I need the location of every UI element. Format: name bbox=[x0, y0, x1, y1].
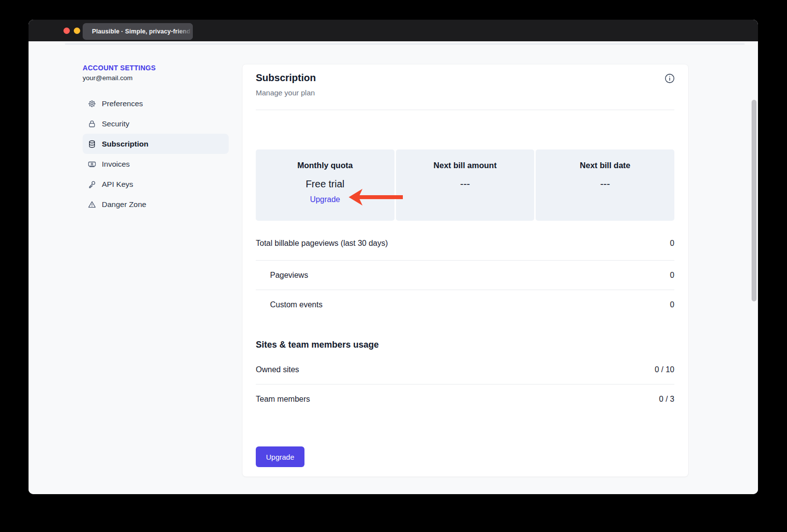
quota-value: --- bbox=[536, 177, 674, 190]
tab-title: Plausible · Simple, privacy-friend bbox=[92, 28, 190, 35]
page-content: ACCOUNT SETTINGS your@email.com Preferen… bbox=[29, 41, 758, 494]
usage-row-pageviews: Pageviews 0 bbox=[256, 261, 674, 290]
usage-value: 0 / 10 bbox=[655, 365, 674, 374]
database-icon bbox=[88, 140, 96, 148]
sidebar-item-label: API Keys bbox=[102, 180, 133, 189]
sites-usage-heading: Sites & team members usage bbox=[256, 340, 379, 350]
usage-label: Custom events bbox=[256, 300, 323, 309]
account-email: your@email.com bbox=[83, 74, 132, 82]
sidebar-item-danger-zone[interactable]: Danger Zone bbox=[83, 194, 229, 214]
scrollbar[interactable] bbox=[752, 100, 757, 301]
browser-window: Plausible · Simple, privacy-friend ACCOU… bbox=[29, 20, 758, 494]
quota-cell-monthly: Monthly quota Free trial Upgrade bbox=[256, 149, 394, 221]
usage-label: Pageviews bbox=[256, 271, 308, 280]
header-divider bbox=[256, 110, 674, 110]
usage-label: Owned sites bbox=[256, 365, 299, 374]
quota-cell-bill-date: Next bill date --- bbox=[536, 149, 674, 221]
quota-value: --- bbox=[396, 177, 535, 190]
usage-row-total: Total billable pageviews (last 30 days) … bbox=[256, 227, 674, 261]
browser-tab[interactable]: Plausible · Simple, privacy-friend bbox=[83, 23, 193, 40]
close-window-button[interactable] bbox=[63, 28, 70, 34]
sidebar-item-label: Invoices bbox=[102, 160, 130, 169]
sidebar-item-security[interactable]: Security bbox=[83, 114, 229, 134]
sidebar-item-label: Danger Zone bbox=[102, 200, 146, 209]
page-top-edge bbox=[65, 43, 745, 45]
window-titlebar[interactable]: Plausible · Simple, privacy-friend bbox=[29, 20, 758, 41]
usage-value: 0 bbox=[670, 271, 674, 280]
lock-icon bbox=[88, 119, 96, 128]
sites-row-team-members: Team members 0 / 3 bbox=[256, 384, 674, 414]
sidebar-item-preferences[interactable]: Preferences bbox=[83, 93, 229, 114]
usage-value: 0 bbox=[670, 239, 674, 248]
desktop-background: Plausible · Simple, privacy-friend ACCOU… bbox=[0, 0, 787, 532]
sidebar-item-label: Subscription bbox=[102, 140, 149, 148]
settings-sidebar: Preferences Security bbox=[83, 93, 229, 214]
sidebar-item-label: Security bbox=[102, 119, 129, 128]
sidebar-item-label: Preferences bbox=[102, 99, 143, 108]
tab-title-fade bbox=[176, 23, 193, 40]
sidebar-item-invoices[interactable]: Invoices bbox=[83, 154, 229, 174]
usage-value: 0 / 3 bbox=[659, 395, 674, 404]
usage-value: 0 bbox=[670, 300, 674, 309]
sidebar-item-api-keys[interactable]: API Keys bbox=[83, 174, 229, 194]
red-annotation-arrow-icon bbox=[348, 187, 404, 207]
quota-panel: Monthly quota Free trial Upgrade Next bi… bbox=[256, 149, 674, 221]
page-title: Subscription bbox=[256, 72, 316, 84]
sites-row-owned: Owned sites 0 / 10 bbox=[256, 355, 674, 384]
key-icon bbox=[88, 180, 96, 189]
banknote-icon bbox=[88, 160, 96, 169]
subscription-card: Subscription Manage your plan Monthly qu… bbox=[242, 64, 689, 477]
quota-header: Next bill date bbox=[536, 160, 674, 170]
quota-cell-bill-amount: Next bill amount --- bbox=[396, 149, 535, 221]
account-settings-heading: ACCOUNT SETTINGS bbox=[83, 64, 156, 72]
upgrade-link[interactable]: Upgrade bbox=[310, 195, 340, 205]
page-subtitle: Manage your plan bbox=[256, 89, 315, 97]
quota-header: Next bill amount bbox=[396, 160, 535, 170]
usage-label: Team members bbox=[256, 395, 310, 404]
usage-label: Total billable pageviews (last 30 days) bbox=[256, 239, 388, 248]
quota-header: Monthly quota bbox=[256, 160, 394, 170]
gear-icon bbox=[88, 99, 96, 108]
minimize-window-button[interactable] bbox=[74, 28, 80, 34]
usage-row-custom-events: Custom events 0 bbox=[256, 290, 674, 320]
warning-icon bbox=[88, 200, 96, 209]
upgrade-button[interactable]: Upgrade bbox=[256, 446, 304, 467]
info-icon[interactable] bbox=[664, 73, 675, 84]
sidebar-item-subscription[interactable]: Subscription bbox=[83, 134, 229, 154]
